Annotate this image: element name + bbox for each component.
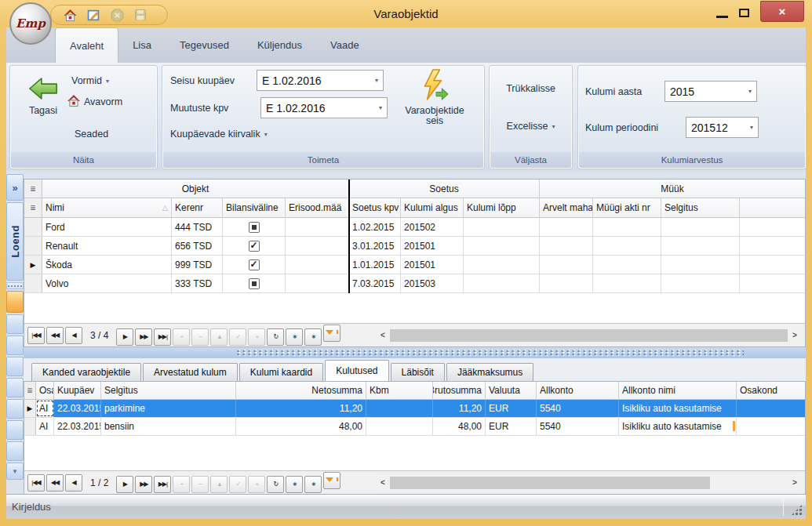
column-header-selgitus[interactable]: Selgitus [661,198,740,218]
scrollbar-thumb[interactable] [390,477,710,489]
table-row-bensiin[interactable]: AI 22.03.2015 bensiin 48,00 48,00 EUR 55… [24,418,805,436]
checkbox[interactable] [249,222,260,233]
close-button[interactable]: × [760,1,804,22]
column-header-kbm[interactable]: Kbm [366,382,433,400]
sidebar-shortcut[interactable] [6,336,24,355]
nav-append[interactable]: ∗ [286,476,303,493]
band-soetus[interactable]: Soetus [349,180,540,198]
tab-kulutused[interactable]: Kulutused [325,360,388,381]
tab-tegevused[interactable]: Tegevused [166,27,243,63]
chevron-down-icon[interactable]: ▾ [370,77,383,84]
column-header-soetus-kpv[interactable]: Soetus kpv [349,198,401,218]
kulum-perioodini-field[interactable]: 201512 ▾ [686,117,759,138]
tab-avaleht[interactable]: Avaleht [55,27,118,63]
tab-lisa[interactable]: Lisa [118,27,166,63]
tab-kuljendus[interactable]: Küljendus [243,27,316,63]
column-header-kuupaev[interactable]: Kuupäev [54,382,101,400]
grid-menu-button[interactable]: ≣ [24,382,36,400]
horizontal-splitter[interactable] [24,347,806,358]
home-icon[interactable] [64,9,77,22]
horizontal-scrollbar[interactable]: < > [376,327,802,343]
save-icon[interactable] [134,9,147,21]
sidebar-tab-loend[interactable]: Loend [6,202,24,281]
excelisse-button[interactable]: Excelisse▾ [490,121,572,132]
column-header-allkonto-nimi[interactable]: Allkonto nimi [619,382,737,400]
sidebar-shortcut[interactable] [6,420,24,440]
nav-post[interactable]: ✓ [229,328,246,346]
nav-last[interactable]: ▶▶| [154,476,171,493]
nav-append[interactable]: ∗ [286,328,303,346]
avavorm-button[interactable]: Avavorm [67,94,122,110]
nav-next-page[interactable]: ▶▶ [135,328,152,346]
nav-refresh[interactable]: ↻ [267,476,284,493]
sidebar-splitter-grip[interactable] [6,282,24,289]
column-header-selgitus[interactable]: Selgitus [101,382,236,400]
nav-edit[interactable]: ▲ [210,476,228,493]
minimize-button[interactable] [716,16,728,18]
column-header-bilansivaline[interactable]: Bilansiväline [223,198,286,218]
nav-prior[interactable]: ◀ [65,474,82,492]
scrollbar-thumb[interactable] [390,329,788,342]
nav-prior-page[interactable]: ◀◀ [46,474,64,492]
column-header-kulumi-algus[interactable]: Kulumi algus [401,198,464,218]
nav-next-page[interactable]: ▶▶ [135,476,152,493]
table-row-parkimine-selected[interactable]: ▶ AI 22.03.2015 parkimine 11,20 11,20 EU… [24,400,805,418]
scroll-right-icon[interactable]: > [788,478,802,487]
column-header-brutosumma[interactable]: Brutosumma [433,382,486,400]
checkbox[interactable] [249,259,260,270]
sidebar-more-button[interactable]: ▼ [6,463,24,480]
column-header-osa[interactable]: Osa [36,382,54,400]
column-header-valuuta[interactable]: Valuuta [486,382,537,400]
kuupaevade-kiirvalik-button[interactable]: Kuupäevade kiirvalik▾ [170,129,268,140]
table-row-renault[interactable]: Renault 656 TSD 3.01.2015 201501 [24,237,805,256]
sidebar-shortcut-active[interactable] [6,291,24,313]
nav-next[interactable]: ▶ [116,328,133,346]
nav-first[interactable]: |◀◀ [27,327,45,344]
grid-menu-button[interactable]: ≣ [24,198,42,218]
column-header-arvelt-maha[interactable]: Arvelt maha [540,198,593,218]
column-header-kulumi-lopp[interactable]: Kulumi lõpp [464,198,540,218]
vormid-button[interactable]: Vormid▾ [71,75,109,86]
nav-last[interactable]: ▶▶| [154,328,171,346]
nav-prior[interactable]: ◀ [65,327,82,344]
chevron-down-icon[interactable]: ▾ [745,124,758,131]
chevron-down-icon[interactable]: ▾ [744,88,756,95]
tab-jaakmaksumus[interactable]: Jääkmaksumus [446,363,533,381]
sidebar-shortcut[interactable] [6,399,24,419]
sidebar-shortcut[interactable] [6,441,24,461]
column-header-nimi[interactable]: Nimi△ [42,198,172,218]
sidebar-shortcut[interactable] [6,314,24,334]
maximize-button[interactable] [739,9,749,17]
column-header-myygi-akti-nr[interactable]: Müügi akti nr [593,198,661,218]
focused-cell[interactable]: AI [36,400,54,417]
edit-icon[interactable] [87,9,100,22]
titlebar[interactable]: Varaobjektid Emp × [0,0,812,27]
nav-filter-funnel-icon[interactable] [323,472,340,489]
table-row-skoda-current[interactable]: ▶ Škoda 999 TSD 1.01.2015 201501 [24,256,805,274]
tab-labisoit[interactable]: Läbisõit [391,363,445,381]
sidebar-shortcut[interactable] [6,357,24,376]
nav-refresh[interactable]: ↻ [267,328,284,346]
trukkalisse-button[interactable]: Trükkalisse [490,83,572,94]
resize-grip-icon[interactable] [791,504,803,516]
nav-filter-funnel-icon[interactable] [323,325,340,342]
app-menu-button[interactable]: Emp [9,2,52,45]
column-header-netosumma[interactable]: Netosumma [236,382,366,400]
muutuste-kpv-field[interactable]: E 1.02.2016 ▾ [260,97,388,118]
band-myyk[interactable]: Müük [540,180,805,198]
column-header-erisood[interactable]: Erisood.mää [286,198,349,218]
scroll-left-icon[interactable]: < [376,478,390,487]
splitter-grip[interactable] [235,350,744,356]
seisu-kuupaev-field[interactable]: E 1.02.2016 ▾ [257,70,384,91]
tab-arvestatud-kulum[interactable]: Arvestatud kulum [143,363,238,381]
nav-cancel[interactable]: × [248,328,265,346]
table-row-volvo[interactable]: Volvo 333 TSD 7.03.2015 201503 [24,274,805,293]
nav-first[interactable]: |◀◀ [27,474,45,492]
nav-append-new[interactable]: ∗ [304,476,322,493]
sidebar-expand-button[interactable]: » [6,174,24,201]
tab-vaade[interactable]: Vaade [316,27,373,63]
varaobjektide-seis-button[interactable]: Varaobjektide seis [388,69,481,126]
seaded-button[interactable]: Seaded [75,129,108,140]
horizontal-scrollbar[interactable]: < > [376,474,802,491]
tab-kanded-varaobjektile[interactable]: Kanded varaobjektile [31,363,141,381]
